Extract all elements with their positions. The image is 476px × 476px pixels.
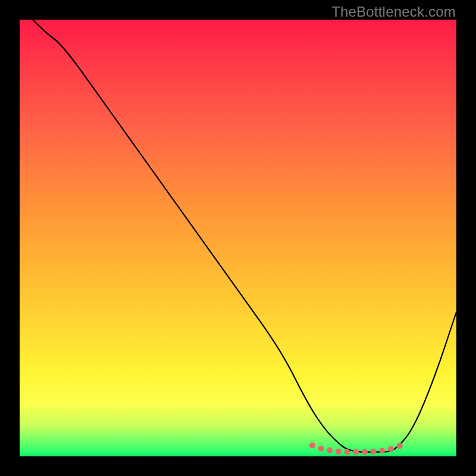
optimal-dot xyxy=(336,449,342,455)
optimal-dot xyxy=(318,446,324,452)
optimal-dot xyxy=(309,443,315,449)
optimal-dot xyxy=(379,448,385,454)
optimal-range-dots xyxy=(309,443,403,455)
optimal-dot xyxy=(345,449,350,455)
optimal-dot xyxy=(353,449,359,455)
chart-frame: TheBottleneck.com xyxy=(0,0,476,476)
plot-area xyxy=(20,20,456,456)
optimal-dot xyxy=(388,446,394,452)
bottleneck-curve-svg xyxy=(20,20,456,456)
watermark-text: TheBottleneck.com xyxy=(331,4,456,20)
optimal-dot xyxy=(371,449,377,455)
bottleneck-curve-line xyxy=(33,20,456,452)
optimal-dot xyxy=(397,443,403,449)
optimal-dot xyxy=(362,449,368,455)
optimal-dot xyxy=(327,447,333,453)
